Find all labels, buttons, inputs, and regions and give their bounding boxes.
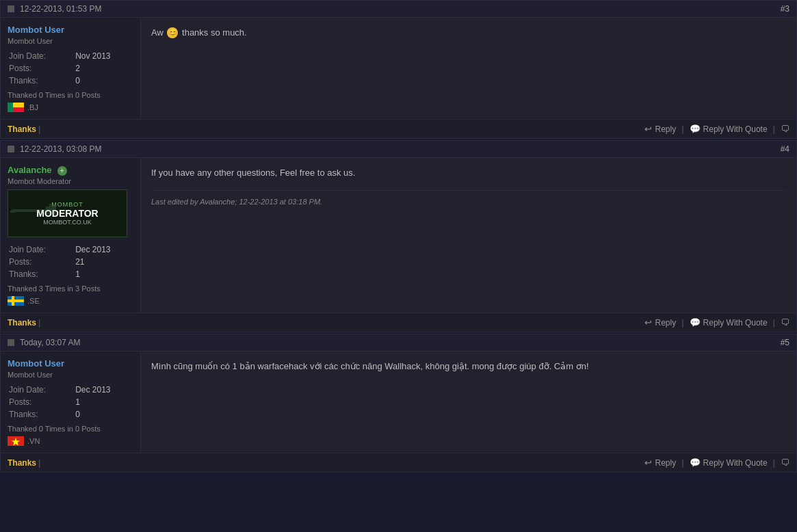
post-3-thanks-count: 0 xyxy=(75,75,132,86)
post-4-multiquote-icon[interactable]: 🗨 xyxy=(781,317,789,328)
post-4-user-info: Join Date: Dec 2013 Posts: 21 Thanks: 1 xyxy=(8,243,133,281)
post-3-reply-quote-button[interactable]: 💬 Reply With Quote xyxy=(690,124,768,134)
post-4-content: If you have any other questions, Feel fr… xyxy=(141,158,796,312)
svg-rect-9 xyxy=(8,300,24,302)
footer-divider-7: | xyxy=(38,457,40,468)
footer-divider-4: | xyxy=(38,317,40,328)
post-5-join-date: Dec 2013 xyxy=(75,384,132,395)
post-3-content: Aw 😊 thanks so much. xyxy=(141,18,796,119)
join-date-label: Join Date: xyxy=(9,51,74,62)
post-5-icon xyxy=(8,339,14,346)
post-4-number: #4 xyxy=(781,144,789,154)
post-3-body: Mombot User Mombot User Join Date: Nov 2… xyxy=(1,18,796,119)
post-5-timestamp: Today, 03:07 AM xyxy=(20,338,81,347)
post-4-thanked: Thanked 3 Times in 3 Posts xyxy=(8,284,133,293)
post-3-user-info: Join Date: Nov 2013 Posts: 2 Thanks: 0 xyxy=(8,49,133,88)
post-3-reply-quote-label: Reply With Quote xyxy=(703,124,768,134)
post-4-user-title: Mombot Moderator xyxy=(8,177,133,185)
post-4-icon xyxy=(8,146,14,152)
post-5-reply-label: Reply xyxy=(655,458,676,468)
post-5-reply-actions: ↩ Reply | 💬 Reply With Quote | 🗨 xyxy=(644,457,789,468)
post-3-number: #3 xyxy=(781,4,789,14)
post-4-plus-icon[interactable]: + xyxy=(57,166,67,176)
post-3-reply-button[interactable]: ↩ Reply xyxy=(644,124,676,134)
post-3-footer-left: Thanks | xyxy=(8,124,42,134)
footer-divider-3: | xyxy=(773,124,775,134)
post-5-footer-left: Thanks | xyxy=(8,457,42,468)
post-5-body: Mombot User Mombot User Join Date: Dec 2… xyxy=(1,351,796,453)
post-5-number: #5 xyxy=(781,338,789,347)
post-4-reply-quote-label: Reply With Quote xyxy=(703,318,768,328)
post-5-username: Mombot User xyxy=(8,358,133,369)
post-5-country: .VN xyxy=(8,436,133,446)
post-5-reply-button[interactable]: ↩ Reply xyxy=(644,457,676,468)
footer-divider-2: | xyxy=(681,124,683,134)
post-3-reply-label: Reply xyxy=(655,124,676,134)
post-4-footer-left: Thanks | xyxy=(8,317,42,328)
post-5-header: Today, 03:07 AM #5 xyxy=(1,334,796,351)
posts-label-4: Posts: xyxy=(9,256,74,267)
post-3-username: Mombot User xyxy=(8,25,133,35)
svg-rect-0 xyxy=(8,103,13,112)
svg-rect-6 xyxy=(49,204,51,207)
post-3-sidebar: Mombot User Mombot User Join Date: Nov 2… xyxy=(1,18,141,119)
post-5-content-text: Mình cũng muốn có 1 bản warfacehack với … xyxy=(151,361,589,371)
footer-divider-9: | xyxy=(773,457,775,468)
post-4-join-date: Dec 2013 xyxy=(75,244,132,255)
post-4-footer: Thanks | ↩ Reply | 💬 Reply With Quote | … xyxy=(1,312,796,332)
post-4-header: 12-22-2013, 03:08 PM #4 xyxy=(1,141,796,158)
footer-divider-5: | xyxy=(681,317,683,328)
post-4-reply-actions: ↩ Reply | 💬 Reply With Quote | 🗨 xyxy=(644,317,789,328)
thanks-label: Thanks: xyxy=(9,75,74,86)
post-3-thanks-button[interactable]: Thanks xyxy=(8,124,36,134)
footer-divider-1: | xyxy=(38,124,40,134)
post-5-thanked: Thanked 0 Times in 0 Posts xyxy=(8,425,133,433)
post-3-icon xyxy=(8,5,14,12)
post-4-reply-button[interactable]: ↩ Reply xyxy=(644,317,676,328)
post-5-user-title: Mombot User xyxy=(8,371,133,379)
post-5-multiquote-icon[interactable]: 🗨 xyxy=(781,457,789,468)
post-3-reply-actions: ↩ Reply | 💬 Reply With Quote | 🗨 xyxy=(644,124,789,134)
post-3-posts-count: 2 xyxy=(75,63,132,74)
post-4: 12-22-2013, 03:08 PM #4 Avalanche + Momb… xyxy=(0,140,797,332)
post-4-edit-note: Last edited by Avalanche; 12-22-2013 at … xyxy=(151,190,786,208)
svg-rect-2 xyxy=(13,107,24,112)
post-4-avatar: MOMBOT MODERATOR MOMBOT.CO.UK xyxy=(8,189,127,237)
post-5-timestamp-area: Today, 03:07 AM xyxy=(8,338,81,347)
post-4-reply-label: Reply xyxy=(655,318,676,328)
post-4-reply-quote-button[interactable]: 💬 Reply With Quote xyxy=(690,317,768,328)
post-3-footer: Thanks | ↩ Reply | 💬 Reply With Quote | … xyxy=(1,119,796,138)
join-date-label-5: Join Date: xyxy=(9,384,74,395)
post-3-multiquote-icon[interactable]: 🗨 xyxy=(781,124,789,134)
post-4-flag-icon xyxy=(8,296,24,306)
post-5-user-info: Join Date: Dec 2013 Posts: 1 Thanks: 0 xyxy=(8,383,133,421)
post-4-sidebar: Avalanche + Mombot Moderator MOMBOT MODE… xyxy=(1,158,141,312)
post-5: Today, 03:07 AM #5 Mombot User Mombot Us… xyxy=(0,334,797,473)
thanks-label-5: Thanks: xyxy=(9,409,74,420)
post-4-posts-count: 21 xyxy=(75,256,132,267)
post-5-country-code: .VN xyxy=(27,437,40,445)
reply-icon-5: ↩ xyxy=(644,457,652,468)
post-5-posts-count: 1 xyxy=(75,397,132,408)
post-3-user-title: Mombot User xyxy=(8,37,133,45)
post-5-sidebar: Mombot User Mombot User Join Date: Dec 2… xyxy=(1,351,141,453)
post-3-timestamp-area: 12-22-2013, 01:53 PM xyxy=(8,4,101,14)
footer-divider-6: | xyxy=(773,317,775,328)
post-4-thanks-button[interactable]: Thanks xyxy=(8,318,36,328)
post-5-flag-icon xyxy=(8,436,24,446)
reply-quote-icon: 💬 xyxy=(690,124,701,134)
svg-rect-1 xyxy=(13,103,24,107)
reply-icon: ↩ xyxy=(644,124,652,134)
post-5-thanks-button[interactable]: Thanks xyxy=(8,458,36,468)
post-4-timestamp-area: 12-22-2013, 03:08 PM xyxy=(8,144,101,154)
post-3-country: .BJ xyxy=(8,103,133,112)
smiley-icon: 😊 xyxy=(167,27,178,38)
post-5-reply-quote-button[interactable]: 💬 Reply With Quote xyxy=(690,457,768,468)
reply-quote-icon-4: 💬 xyxy=(690,317,701,328)
post-3-header: 12-22-2013, 01:53 PM #3 xyxy=(1,1,796,18)
reply-quote-icon-5: 💬 xyxy=(690,457,701,468)
post-4-thanks-count: 1 xyxy=(75,269,132,280)
post-4-country-code: .SE xyxy=(27,297,40,305)
rifle-decoration xyxy=(8,197,63,224)
posts-label-5: Posts: xyxy=(9,397,74,408)
